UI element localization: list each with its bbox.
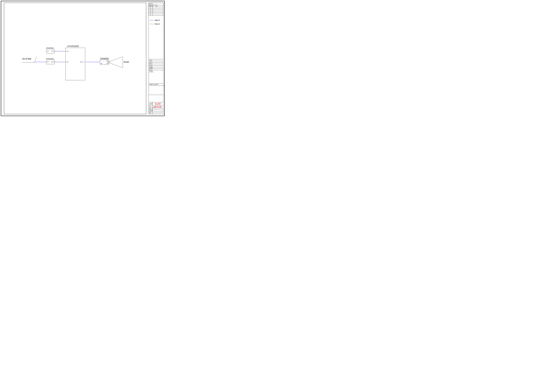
bottom-labels: 工程名称 PROJECT 会议室 图 名 DWG TITLE 视频系统图 审批 … xyxy=(149,102,163,114)
matrix-in1: IN 1 xyxy=(66,50,69,52)
drawing-title: 视频系统图 xyxy=(153,106,162,108)
svg-text:设  计: 设 计 xyxy=(149,113,151,114)
svg-text:摘    要: 摘 要 xyxy=(155,6,158,7)
box2-label: 综合信息盒2 xyxy=(46,58,54,59)
screen-icon xyxy=(110,57,123,68)
svg-text:校  对: 校 对 xyxy=(149,112,151,113)
svg-text:电    气: 电 气 xyxy=(149,69,151,70)
svg-text:结    构: 结 构 xyxy=(149,64,151,65)
svg-text:建    筑: 建 筑 xyxy=(149,63,151,64)
screen-label: 电动幕 xyxy=(124,61,129,63)
svg-text:平面简图: 平面简图 xyxy=(149,71,153,71)
svg-text:图    名: 图 名 xyxy=(149,106,151,107)
svg-text:空调通风: 空调通风 xyxy=(149,68,153,69)
svg-text:STAMP OF ARCHITECTURAL DESIGN: STAMP OF ARCHITECTURAL DESIGN xyxy=(149,85,164,86)
projector-label: 高清投影机 xyxy=(100,58,109,60)
svg-text:DWG TITLE: DWG TITLE xyxy=(149,107,154,108)
svg-text:专业负责: 专业负责 xyxy=(149,110,153,111)
svg-text:会签栏: 会签栏 xyxy=(149,60,152,61)
matrix-in2: IN 2 xyxy=(66,61,69,63)
svg-line-1 xyxy=(34,57,37,63)
svg-marker-7 xyxy=(110,57,123,68)
svg-text:KEY PLAN: KEY PLAN xyxy=(149,71,153,73)
matrix-box xyxy=(66,48,85,80)
svg-text:给 排 水: 给 排 水 xyxy=(149,66,152,67)
sign-block: 会签栏 土 建 建 筑 结 构 给 排 水 空调通风 电 气 xyxy=(149,59,163,70)
laptop-label: 笔记本电脑 xyxy=(22,58,31,60)
title-strip: 修改记录 REVISION RECORDS 修改 日期 摘 要 视频信号 网络信… xyxy=(149,3,164,114)
legend-network: 网络信号 xyxy=(155,23,160,25)
box1-in: IN xyxy=(47,50,49,52)
svg-text:土    建: 土 建 xyxy=(149,62,151,63)
matrix-title: HDMI高清矩阵 xyxy=(67,45,79,47)
box1-label: 综合信息盒1 xyxy=(46,47,54,49)
svg-text:修改: 修改 xyxy=(149,6,151,7)
svg-text:工程名称: 工程名称 xyxy=(149,103,153,104)
svg-text:日期: 日期 xyxy=(151,6,153,7)
svg-text:审批: 审批 xyxy=(149,108,151,110)
svg-text:PROJECT: PROJECT xyxy=(149,104,153,105)
matrix-out1: OUT 1 xyxy=(80,61,84,63)
svg-text:REVISION RECORDS: REVISION RECORDS xyxy=(149,4,158,5)
box1-out: OUT xyxy=(51,50,54,52)
legend-video: 视频信号 xyxy=(155,20,160,21)
svg-text:IN: IN xyxy=(101,63,102,64)
box2-out: OUT xyxy=(51,61,54,63)
svg-text:修改记录: 修改记录 xyxy=(149,3,153,4)
box2-in: IN xyxy=(47,61,49,63)
svg-text:注册建筑设计师专用章: 注册建筑设计师专用章 xyxy=(149,84,158,85)
project-name: 会议室 xyxy=(155,103,161,105)
svg-rect-6 xyxy=(109,62,110,63)
svg-rect-5 xyxy=(107,63,108,64)
svg-rect-4 xyxy=(107,61,108,62)
legend: 视频信号 网络信号 xyxy=(150,20,160,25)
projector-icon: IN xyxy=(100,60,110,64)
